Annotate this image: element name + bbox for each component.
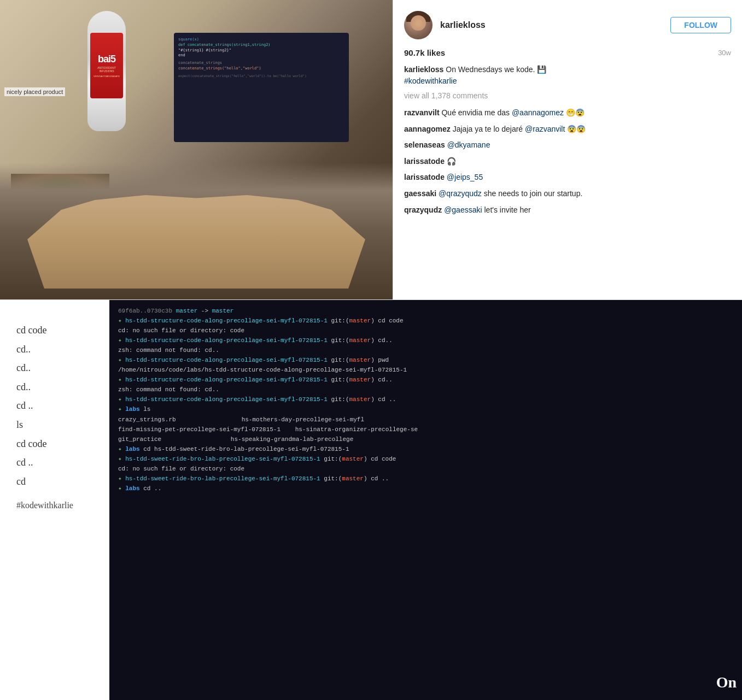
comment-mention[interactable]: @gaessaki <box>444 205 482 214</box>
code-line-2: def concatenate_strings(string1,string2) <box>178 43 344 48</box>
terminal-line: ✦ hs-tdd-structure-code-along-precollage… <box>118 356 733 365</box>
comment-mention[interactable]: @razvanvilt <box>525 125 565 133</box>
comment-emoji: 😨😨 <box>567 125 586 133</box>
photo-background: nicely placed product bai5 ANTIOXIDANTIN… <box>0 0 393 299</box>
keyboard-area <box>0 163 393 299</box>
comment-item: larissatode @jeips_55 <box>404 172 731 183</box>
terminal-background: 69f6ab..0730c3b master -> master ✦ hs-td… <box>109 300 742 700</box>
comment-username[interactable]: qrazyqudz <box>404 205 442 214</box>
terminal-line: ✦ hs-tdd-sweet-ride-bro-lab-precollege-s… <box>118 474 733 484</box>
terminal-line: cd: no such file or directory: code <box>118 326 733 336</box>
comment-text: she needs to join our startup. <box>484 189 583 198</box>
bai-flavor: VERENA POMEGRANATE <box>94 75 120 78</box>
on-text-overlay: On <box>716 674 737 691</box>
likes-row: 90.7k likes 30w <box>404 48 731 57</box>
bai-subtext: ANTIOXIDANTINFUSIONS <box>97 66 116 73</box>
terminal-line: 69f6ab..0730c3b master -> master <box>118 307 733 316</box>
comment-username[interactable]: razvanvilt <box>404 108 440 117</box>
main-container: nicely placed product bai5 ANTIOXIDANTIN… <box>0 0 742 700</box>
code-text-cd-code-1: cd code <box>16 322 98 339</box>
likes-count: 90.7k likes <box>404 48 445 57</box>
comment-item: qrazyqudz @gaessaki let's invite her <box>404 205 731 216</box>
terminal-line: ✦ labs ls <box>118 405 733 414</box>
comment-mention[interactable]: @aannagomez <box>512 108 564 117</box>
comment-text: let's invite her <box>484 205 530 214</box>
top-section: nicely placed product bai5 ANTIOXIDANTIN… <box>0 0 742 299</box>
terminal-line: cd: no such file or directory: code <box>118 464 733 474</box>
code-line-5: concatenate_strings <box>178 61 344 66</box>
code-line-1: square(x) <box>178 37 344 43</box>
comment-text: Jajaja ya te lo dejaré <box>453 125 525 133</box>
terminal-line: zsh: command not found: cd.. <box>118 346 733 355</box>
code-text-cd-space: cd .. <box>16 397 98 414</box>
code-line-4: end <box>178 53 344 58</box>
view-comments-link[interactable]: view all 1,378 comments <box>404 91 731 100</box>
right-panel: karliekloss FOLLOW 90.7k likes 30w karli… <box>393 0 742 299</box>
caption-text: On Wednesdays we kode. 💾 <box>446 65 546 74</box>
comment-text: Qué envidia me das <box>441 108 511 117</box>
comment-item: selenaseas @dkyamane <box>404 140 731 151</box>
comment-list: razvanvilt Qué envidia me das @aannagome… <box>404 108 731 215</box>
bai-bottle: bai5 ANTIOXIDANTINFUSIONS VERENA POMEGRA… <box>87 11 131 153</box>
code-line-6: concatenate_strings("hello","world") <box>178 66 344 72</box>
hands <box>27 190 365 289</box>
comment-text: 🎧 <box>447 157 456 166</box>
product-label: nicely placed product <box>4 87 65 96</box>
terminal-line: ✦ hs-tdd-structure-code-along-precollage… <box>118 395 733 404</box>
caption-username[interactable]: karliekloss <box>404 65 443 74</box>
terminal-line: ✦ labs cd hs-tdd-sweet-ride-bro-lab-prec… <box>118 445 733 454</box>
top-photo: nicely placed product bai5 ANTIOXIDANTIN… <box>0 0 393 299</box>
code-text-cd-code-2: cd code <box>16 436 98 452</box>
terminal-line: find-missing-pet-precollege-sei-myfl-072… <box>118 425 733 434</box>
follow-button[interactable]: FOLLOW <box>670 17 731 33</box>
avatar-face <box>411 15 426 31</box>
time-ago: 30w <box>718 49 731 57</box>
code-text-cd-bare: cd <box>16 473 98 490</box>
code-text-ls: ls <box>16 416 98 433</box>
bai-brand-text: bai5 <box>98 54 115 65</box>
caption: karliekloss On Wednesdays we kode. 💾 #ko… <box>404 64 731 87</box>
profile-left: karliekloss <box>404 11 486 39</box>
hashtag-bottom[interactable]: #kodewithkarlie <box>16 501 98 510</box>
code-text-cd-dotdot: cd .. <box>16 454 98 471</box>
comment-username[interactable]: aannagomez <box>404 125 451 133</box>
profile-username[interactable]: karliekloss <box>440 20 486 30</box>
profile-header: karliekloss FOLLOW <box>404 11 731 39</box>
comment-item: razvanvilt Qué envidia me das @aannagome… <box>404 108 731 119</box>
bai-label: bai5 ANTIOXIDANTINFUSIONS VERENA POMEGRA… <box>90 33 123 98</box>
code-text-cd3: cd.. <box>16 379 98 396</box>
comment-username[interactable]: larissatode <box>404 173 445 181</box>
code-text-cd1: cd.. <box>16 341 98 358</box>
comment-username[interactable]: selenaseas <box>404 140 445 149</box>
bottom-left-panel: cd code cd.. cd.. cd.. cd .. ls cd code … <box>0 300 109 700</box>
code-text-cd2: cd.. <box>16 360 98 377</box>
laptop-screen: square(x) def concatenate_strings(string… <box>174 33 349 142</box>
terminal-line: git_practice hs-speaking-grandma-lab-pre… <box>118 435 733 444</box>
terminal-line: /home/nitrous/code/labs/hs-tdd-structure… <box>118 366 733 375</box>
comment-mention[interactable]: @dkyamane <box>447 140 490 149</box>
bottom-section: cd code cd.. cd.. cd.. cd .. ls cd code … <box>0 299 742 700</box>
terminal-line: zsh: command not found: cd.. <box>118 385 733 395</box>
terminal-line: ✦ labs cd .. <box>118 484 733 493</box>
comment-username[interactable]: larissatode <box>404 157 445 166</box>
terminal-line: ✦ hs-tdd-structure-code-along-precollage… <box>118 375 733 385</box>
comment-item: gaessaki @qrazyqudz she needs to join ou… <box>404 189 731 199</box>
code-line-7: expect(concatenate_strings("hello","worl… <box>178 74 344 78</box>
avatar[interactable] <box>404 11 433 39</box>
bottle-body: bai5 ANTIOXIDANTINFUSIONS VERENA POMEGRA… <box>87 11 126 131</box>
comment-item: aannagomez Jajaja ya te lo dejaré @razva… <box>404 124 731 135</box>
terminal-panel: 69f6ab..0730c3b master -> master ✦ hs-td… <box>109 300 742 700</box>
comment-username[interactable]: gaessaki <box>404 189 436 198</box>
comment-mention[interactable]: @qrazyqudz <box>439 189 482 198</box>
terminal-line: ✦ hs-tdd-sweet-ride-bro-lab-precollege-s… <box>118 455 733 464</box>
comment-mention[interactable]: @jeips_55 <box>447 173 483 181</box>
terminal-line: ✦ hs-tdd-structure-code-along-precollage… <box>118 336 733 345</box>
comment-item: larissatode 🎧 <box>404 156 731 167</box>
comment-emoji: 😁😨 <box>566 108 585 117</box>
code-line-3: "#{string1} #{string2}" <box>178 48 344 54</box>
terminal-line: ✦ hs-tdd-structure-code-along-precollage… <box>118 316 733 326</box>
caption-hashtag[interactable]: #kodewithkarlie <box>404 77 457 85</box>
terminal-line: crazy_strings.rb hs-mothers-day-precolle… <box>118 415 733 425</box>
